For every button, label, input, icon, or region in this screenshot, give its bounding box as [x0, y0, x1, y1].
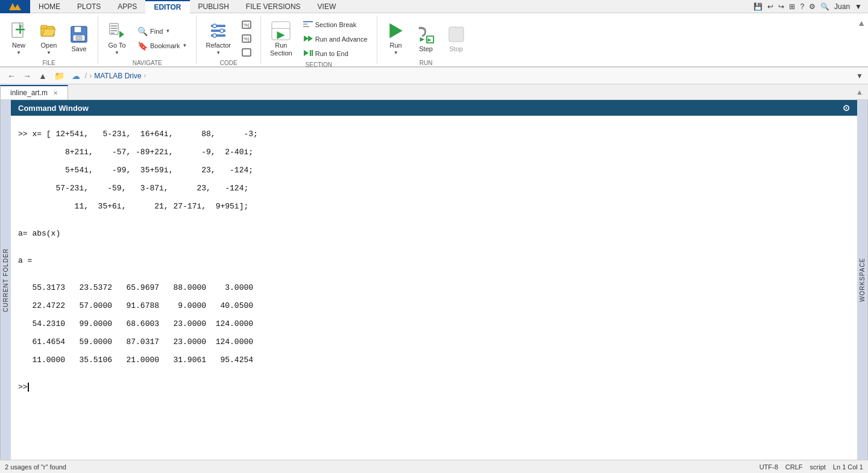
path-chevron: ›	[144, 72, 146, 79]
svg-point-21	[213, 24, 216, 28]
refactor-icon	[209, 21, 228, 40]
menu-plots[interactable]: PLOTS	[69, 1, 109, 13]
ribbon-group-run: Run ▼ Step	[377, 16, 475, 64]
save-toolbar-icon[interactable]: 💾	[753, 2, 763, 11]
bookmark-button[interactable]: 🔖 Bookmark ▼	[133, 39, 191, 52]
run-button[interactable]: Run ▼	[382, 18, 410, 58]
settings-icon[interactable]: ⚙	[809, 2, 816, 11]
save-label: Save	[71, 45, 86, 52]
current-folder-label: CURRENT FOLDER	[2, 248, 9, 312]
svg-rect-39	[312, 50, 313, 56]
svg-rect-28	[242, 49, 251, 56]
redo-icon[interactable]: ↪	[778, 2, 784, 11]
save-icon	[69, 25, 89, 44]
find-dropdown-icon[interactable]: ▼	[165, 28, 170, 34]
status-bar: 2 usages of "r" found UTF-8 CRLF script …	[0, 460, 868, 473]
run-to-end-icon	[303, 49, 313, 58]
code-btn1[interactable]: %{	[237, 19, 256, 31]
code-group-label: CODE	[220, 58, 237, 66]
run-group-items: Run ▼ Step	[382, 18, 470, 58]
sidebar-workspace[interactable]: WORKSPACE	[857, 100, 868, 460]
ribbon-group-code: Refactor ▼ %{ %} CODE	[197, 16, 261, 64]
new-dropdown-icon[interactable]: ▼	[16, 50, 21, 55]
menu-home[interactable]: HOME	[30, 1, 69, 13]
file-group-label: FILE	[42, 58, 55, 66]
cmd-line-2: 8+21i, -57, -89+22i, -9, 2-40i;	[18, 148, 850, 157]
code-group-items: Refactor ▼ %{ %}	[201, 18, 256, 58]
refactor-button[interactable]: Refactor ▼	[201, 18, 235, 58]
nav-forward-icon[interactable]: →	[20, 70, 34, 82]
tab-close-icon[interactable]: ✕	[53, 90, 58, 96]
command-window-body[interactable]: >> x= [ 12+54i, 5-23i, 16+64i, 88, -3; 8…	[11, 116, 857, 460]
new-button[interactable]: New ▼	[5, 18, 33, 58]
code-btn2[interactable]: %}	[237, 33, 256, 45]
svg-rect-11	[76, 36, 82, 40]
ribbon-group-section: RunSection Section Break	[261, 16, 377, 64]
tab-inline-art-label: inline_art.m	[10, 89, 48, 97]
cmd-line-3: 5+54i, -99, 35+59i, 23, -124;	[18, 166, 850, 175]
help-icon[interactable]: ?	[800, 2, 804, 11]
step-icon	[417, 25, 436, 44]
open-icon	[39, 21, 58, 40]
run-advance-button[interactable]: Run and Advance	[299, 33, 372, 45]
undo-icon[interactable]: ↩	[767, 2, 773, 11]
stop-button[interactable]: Stop	[442, 22, 470, 55]
status-encoding: UTF-8	[760, 463, 778, 471]
cmd-line-12: 22.4722 57.0000 91.6788 9.0000 40.0500	[18, 301, 850, 310]
status-bar-right: UTF-8 CRLF script Ln 1 Col 1	[760, 463, 863, 471]
navigate-group-items: Go To ▼ 🔍 Find ▼ 🔖 Bookmark ▼	[103, 18, 191, 58]
run-section-label: RunSection	[270, 42, 292, 57]
svg-point-22	[220, 29, 224, 33]
open-dropdown-icon[interactable]: ▼	[46, 50, 51, 55]
user-dropdown-icon[interactable]: ▼	[855, 2, 862, 11]
run-to-end-button[interactable]: Run to End	[299, 48, 372, 60]
svg-rect-0	[7, 1, 24, 13]
main-area: CURRENT FOLDER Command Window ⊙ >> x= [ …	[0, 100, 868, 460]
refactor-dropdown-icon[interactable]: ▼	[216, 50, 221, 55]
stop-icon	[447, 25, 466, 44]
tab-inline-art[interactable]: inline_art.m ✕	[0, 85, 68, 99]
find-label: Find	[150, 28, 163, 35]
cmd-line-4: 57-23i, -59, 3-87i, 23, -124;	[18, 184, 850, 193]
address-bar-dropdown-icon[interactable]: ▼	[856, 72, 863, 80]
run-label: Run	[390, 42, 402, 49]
svg-rect-42	[427, 36, 433, 42]
goto-dropdown-icon[interactable]: ▼	[115, 50, 119, 55]
svg-rect-34	[303, 26, 309, 27]
command-window: Command Window ⊙ >> x= [ 12+54i, 5-23i, …	[11, 100, 857, 460]
menu-apps[interactable]: APPS	[109, 1, 145, 13]
section-break-button[interactable]: Section Break	[299, 19, 372, 31]
status-type: script	[810, 463, 826, 471]
menu-publish[interactable]: PUBLISH	[190, 1, 237, 13]
run-dropdown-icon[interactable]: ▼	[394, 50, 398, 55]
find-button[interactable]: 🔍 Find ▼	[133, 25, 191, 38]
goto-icon	[107, 21, 127, 40]
bookmark-dropdown-icon[interactable]: ▼	[183, 43, 187, 48]
nav-cloud-icon[interactable]: ☁	[69, 70, 83, 82]
code-extra-buttons: %{ %}	[237, 19, 256, 58]
save-button[interactable]: Save	[65, 22, 93, 55]
step-button[interactable]: Step	[412, 22, 440, 55]
search-toolbar-icon[interactable]: 🔍	[820, 2, 829, 11]
menu-file-versions[interactable]: FILE VERSIONS	[237, 1, 309, 13]
command-window-controls[interactable]: ⊙	[843, 103, 850, 113]
path-matlab-drive[interactable]: MATLAB Drive	[94, 72, 141, 80]
cmd-line-13: 54.2310 99.0000 68.6003 23.0000 124.0000	[18, 319, 850, 328]
tab-bar-collapse-icon[interactable]: ▲	[856, 88, 868, 96]
run-advance-label: Run and Advance	[315, 36, 368, 43]
svg-rect-32	[303, 21, 313, 22]
user-name[interactable]: Juan	[834, 2, 850, 11]
nav-folder-icon[interactable]: 📁	[52, 70, 67, 82]
code-btn3[interactable]	[237, 46, 256, 58]
open-button[interactable]: Open ▼	[35, 18, 63, 58]
workspace-label: WORKSPACE	[859, 258, 866, 302]
ribbon-collapse-btn[interactable]: ▲	[855, 16, 868, 64]
sidebar-current-folder[interactable]: CURRENT FOLDER	[0, 100, 11, 460]
nav-up-icon[interactable]: ▲	[36, 70, 49, 82]
layout-icon[interactable]: ⊞	[789, 2, 795, 11]
nav-back-icon[interactable]: ←	[5, 70, 18, 82]
goto-button[interactable]: Go To ▼	[103, 18, 131, 58]
menu-editor[interactable]: EDITOR	[145, 0, 189, 13]
menu-view[interactable]: VIEW	[309, 1, 345, 13]
run-section-button[interactable]: RunSection	[266, 18, 297, 60]
